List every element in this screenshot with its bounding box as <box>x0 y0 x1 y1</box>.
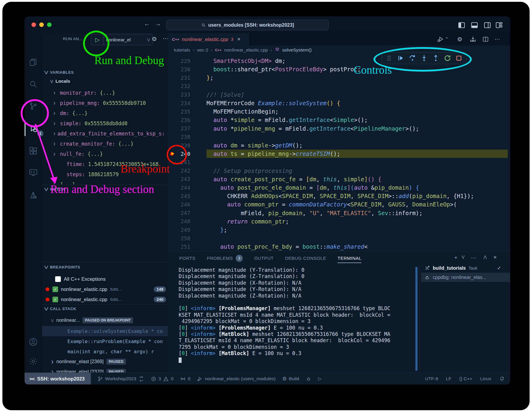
eol-status-item[interactable]: LF <box>446 376 451 381</box>
panel-more-actions-icon[interactable]: ⋯ <box>471 255 476 261</box>
debug-settings-gear-icon[interactable]: ⚙ <box>152 35 157 43</box>
code-line[interactable]: 247 mField, pip_domain, "U", "MAT_ELASTI… <box>168 209 510 217</box>
debug-run-editor-icon[interactable] <box>437 36 444 43</box>
close-window-button[interactable] <box>31 22 36 27</box>
variable-row[interactable]: ❯dm: {...} <box>42 108 168 118</box>
close-tab-icon[interactable]: ✕ <box>237 37 241 42</box>
activity-bar-account-icon[interactable] <box>28 337 38 347</box>
terminal-output[interactable]: Displacement magnitude (Y-Translation): … <box>179 267 412 363</box>
command-center-search[interactable]: users_modules [SSH: workshop2023] <box>166 20 329 30</box>
os-status-item[interactable]: Linux <box>480 376 491 381</box>
variable-row[interactable]: ❯create_monitor_fe: {...} <box>42 139 168 149</box>
code-line[interactable]: 241 <box>168 158 510 166</box>
code-line[interactable]: 250 <box>168 234 510 242</box>
debug-target-status-item[interactable]: nonlinear_elastic (users_modules) <box>197 376 275 382</box>
bell-icon[interactable] <box>499 376 505 382</box>
code-line[interactable]: 248 return common_ptr; <box>168 217 510 226</box>
toggle-sidebar-left-icon[interactable] <box>458 21 465 28</box>
branch-status-item[interactable]: Workshop2023 <box>97 376 144 382</box>
chevron-down-icon[interactable]: ⋁ <box>462 255 465 259</box>
new-terminal-icon[interactable]: + <box>454 255 457 261</box>
debug-step-into-icon[interactable] <box>420 54 428 62</box>
debug-stop-icon[interactable] <box>455 54 463 62</box>
call-stack-frame[interactable]: Example::runProblem(Example * con <box>42 336 168 346</box>
exception-checkbox[interactable] <box>55 276 61 282</box>
toggle-sidebar-right-icon[interactable] <box>483 21 491 28</box>
activity-bar-extensions-icon[interactable] <box>28 146 38 156</box>
variable-row[interactable]: ftime: 1.5451872435230853e+168 <box>42 159 168 169</box>
activity-bar-settings-icon[interactable] <box>28 357 38 366</box>
chevron-down-icon[interactable] <box>445 36 449 43</box>
encoding-status-item[interactable]: UTF-8 <box>425 376 438 381</box>
maximize-panel-icon[interactable]: ⋀ <box>483 255 487 259</box>
code-line[interactable]: 237 auto *pipeline_mng = mField.getInter… <box>168 124 510 133</box>
code-line[interactable]: 243 auto create_post_proc_fe = [dm, this… <box>168 175 510 183</box>
terminal-scrollbar[interactable] <box>415 267 418 371</box>
terminal-instance-row[interactable]: build_tutorialsTask✓ <box>421 263 510 273</box>
variable-row[interactable]: ❯pipeline_mng: 0x555558db9710 <box>42 98 168 108</box>
code-line[interactable]: 244 auto post_proc_ele_domain = [dm, thi… <box>168 183 510 192</box>
remote-indicator[interactable]: >< SSH: workshop2023 <box>25 373 91 384</box>
call-stack-section-header[interactable]: ⋁ CALL STACK <box>45 307 76 311</box>
debug-step-out-icon[interactable] <box>432 54 440 62</box>
breakpoint-row[interactable]: ✓nonlinear_elastic.cpptuto...240 <box>42 294 168 304</box>
code-line[interactable]: 234MoFEMErrorCode Example::solveSystem()… <box>168 99 510 107</box>
panel-tab-ports[interactable]: PORTS <box>179 251 195 265</box>
debug-step-over-icon[interactable] <box>409 54 416 62</box>
all-cpp-exceptions-row[interactable]: All C++ Exceptions <box>42 274 168 284</box>
split-editor-icon[interactable] <box>482 36 489 43</box>
locals-scope-row[interactable]: ⋁ Locals <box>50 79 70 84</box>
code-editor[interactable]: 229 SmartPetscObj<DM> dm;230 boost::shar… <box>168 55 510 251</box>
editor-settings-gear-icon[interactable]: ⚙ <box>456 36 463 43</box>
code-line[interactable]: ▶240 auto ts = pipeline_mng->createTSIM(… <box>168 150 510 158</box>
watch-section-header[interactable]: ⋁ WATCH <box>45 187 65 191</box>
code-line[interactable]: 245 CHKERR AddHOOps<SPACE_DIM, SPACE_DIM… <box>168 192 510 200</box>
navigate-forward-icon[interactable]: → <box>155 20 161 27</box>
code-line[interactable]: 230 boost::shared_ptr<PostProcEleBdy> po… <box>168 65 510 73</box>
language-status-item[interactable]: {} C++ <box>459 376 472 381</box>
minimize-window-button[interactable] <box>39 22 44 27</box>
activity-bar-source-control-icon[interactable] <box>28 101 38 111</box>
code-line[interactable]: 246 auto common_ptr = commonDataFactory<… <box>168 200 510 209</box>
code-line[interactable]: 232 <box>168 82 510 90</box>
breadcrumb-item[interactable]: nonlinear_elastic.cpp <box>224 47 268 53</box>
activity-bar-explorer-icon[interactable] <box>28 58 38 67</box>
variable-row[interactable]: ❯null_fe: {...} <box>42 149 168 159</box>
problems-status-item[interactable]: 3 0 <box>151 376 174 382</box>
variable-row[interactable]: ❯add_extra_finite_elements_to_ksp_s: <box>42 129 168 139</box>
debug-restart-icon[interactable] <box>444 54 451 62</box>
code-line[interactable]: 249 }; <box>168 226 510 234</box>
toggle-panel-icon[interactable] <box>471 21 478 28</box>
activity-bar-remote-explorer-icon[interactable] <box>28 168 38 177</box>
breakpoints-section-header[interactable]: ⋁ BREAKPOINTS <box>45 265 80 269</box>
bug-status-item[interactable] <box>306 376 311 382</box>
call-stack-thread[interactable]: ❯nonlinear_elast [2369]PAUSED <box>42 357 168 367</box>
tab-nonlinear-elastic[interactable]: C++ nonlinear_elastic.cpp 3 ✕ <box>168 33 250 46</box>
launch-config-select[interactable]: nonlinear_el ⋁ <box>103 34 153 45</box>
variables-section-header[interactable]: ⋁ VARIABLES <box>45 70 74 75</box>
code-line[interactable]: 235 MoFEMFunctionBegin; <box>168 107 510 116</box>
customize-layout-icon[interactable] <box>495 21 503 28</box>
breadcrumb-item[interactable]: solveSystem() <box>282 47 312 53</box>
code-line[interactable]: 238 <box>168 133 510 141</box>
code-line[interactable]: 251 auto post_proc_fe_bdy = boost::make_… <box>168 242 510 251</box>
code-line[interactable]: 242 // Setup postprocessing <box>168 167 510 175</box>
activity-bar-run-and-debug-icon[interactable] <box>28 124 38 133</box>
debug-continue-icon[interactable] <box>397 54 405 62</box>
panel-tab-output[interactable]: OUTPUT <box>254 251 274 265</box>
activity-bar-cmake-icon[interactable] <box>28 190 38 200</box>
code-line[interactable]: 233//! [Solve] <box>168 90 510 99</box>
call-stack-frame[interactable]: Example::solveSystem(Example * co <box>42 326 168 336</box>
build-status-item[interactable]: ⚙ Build <box>282 376 299 382</box>
editor-more-actions-icon[interactable]: ⋯ <box>495 36 502 43</box>
panel-tab-terminal[interactable]: TERMINAL <box>337 251 361 265</box>
variable-row[interactable]: steps: 1886218579 <box>42 169 168 179</box>
variable-row[interactable]: ❯monitor_ptr: {...} <box>42 88 168 98</box>
call-stack-frame[interactable]: main(int argc, char ** argv) r <box>42 346 168 357</box>
current-breakpoint-icon[interactable]: ▶ <box>168 150 178 158</box>
variable-row[interactable]: ❯simple: 0x555558db8dd0 <box>42 118 168 129</box>
breakpoint-row[interactable]: ✓nonlinear_elastic.cpptuto...149 <box>42 284 168 294</box>
breadcrumb-item[interactable]: vec-2 <box>197 47 208 53</box>
close-panel-icon[interactable]: ✕ <box>493 255 497 260</box>
code-line[interactable]: 239 auto dm = simple->getDM(); <box>168 141 510 150</box>
